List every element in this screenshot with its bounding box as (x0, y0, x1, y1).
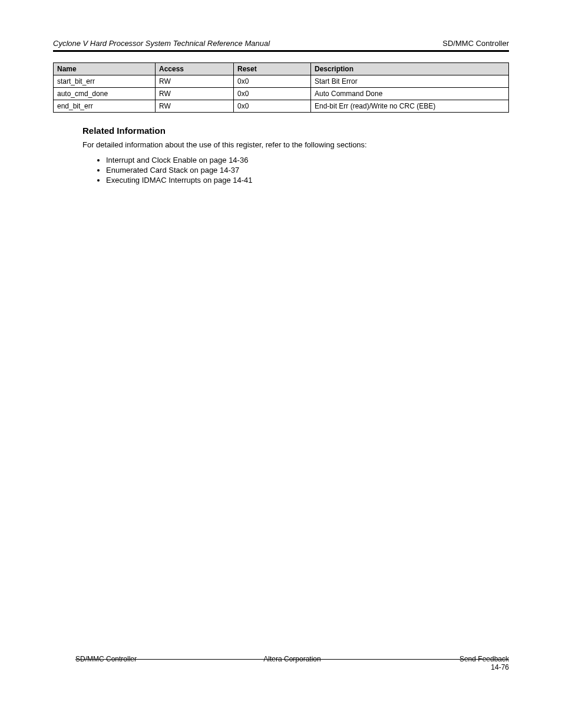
page-header: Cyclone V Hard Processor System Technica… (53, 39, 509, 50)
ref-link[interactable]: Interrupt and Clock Enable on page 14-36 (106, 156, 248, 164)
cell-access: RW (156, 88, 234, 100)
cell-desc: Start Bit Error (311, 75, 509, 88)
list-item[interactable]: Interrupt and Clock Enable on page 14-36 (106, 156, 509, 166)
page-footer: SD/MMC Controller Altera Corporation Sen… (75, 655, 509, 671)
footer-page-number: 14-76 (491, 663, 509, 671)
cell-reset: 0x0 (234, 75, 311, 88)
register-fields-table: Name Access Reset Description start_bit_… (53, 62, 509, 113)
header-rule (53, 50, 509, 52)
header-left: Cyclone V Hard Processor System Technica… (53, 39, 270, 48)
related-info-intro: For detailed information about the use o… (82, 140, 509, 150)
cell-name: auto_cmd_done (54, 88, 156, 100)
cell-desc: Auto Command Done (311, 88, 509, 100)
th-reset: Reset (234, 63, 311, 75)
ref-link[interactable]: Executing IDMAC Interrupts on page 14-41 (106, 176, 253, 185)
cell-desc: End-bit Err (read)/Write no CRC (EBE) (311, 100, 509, 113)
cell-reset: 0x0 (234, 100, 311, 113)
table-row: start_bit_err RW 0x0 Start Bit Error (54, 75, 509, 88)
header-right: SD/MMC Controller (442, 39, 509, 48)
cell-access: RW (156, 75, 234, 88)
ref-link[interactable]: Enumerated Card Stack on page 14-37 (106, 166, 239, 174)
cell-name: end_bit_err (54, 100, 156, 113)
list-item[interactable]: Enumerated Card Stack on page 14-37 (106, 166, 509, 176)
th-desc: Description (311, 63, 509, 75)
cell-access: RW (156, 100, 234, 113)
list-item[interactable]: Executing IDMAC Interrupts on page 14-41 (106, 176, 509, 186)
footer-center: Altera Corporation (75, 655, 509, 663)
related-info-heading: Related Information (82, 126, 509, 136)
table-row: end_bit_err RW 0x0 End-bit Err (read)/Wr… (54, 100, 509, 113)
table-row: auto_cmd_done RW 0x0 Auto Command Done (54, 88, 509, 100)
th-name: Name (54, 63, 156, 75)
table-header-row: Name Access Reset Description (54, 63, 509, 75)
th-access: Access (156, 63, 234, 75)
cell-reset: 0x0 (234, 88, 311, 100)
cell-name: start_bit_err (54, 75, 156, 88)
related-info-list: Interrupt and Clock Enable on page 14-36… (106, 156, 509, 186)
